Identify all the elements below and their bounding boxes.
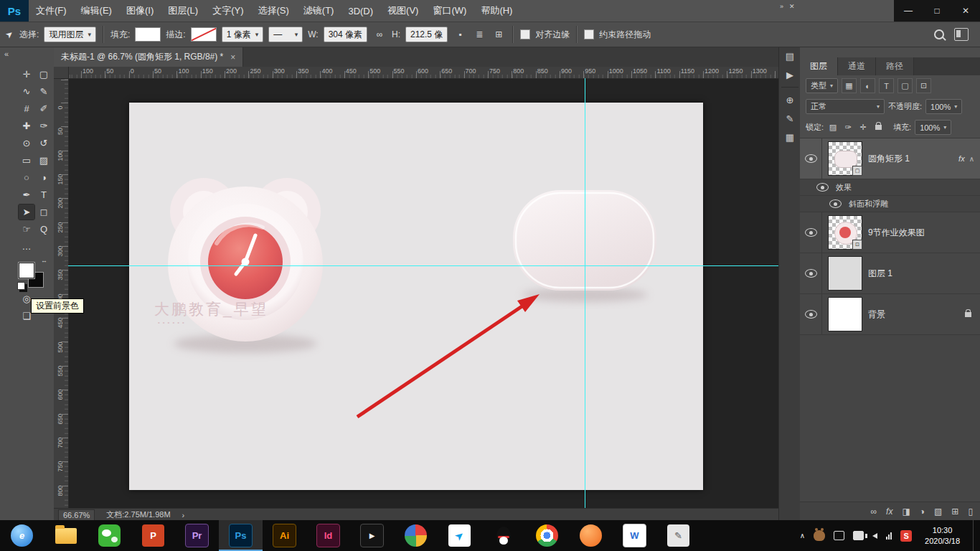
blend-mode-dropdown[interactable]: 正常▾ bbox=[806, 99, 885, 114]
menu-window[interactable]: 窗口(W) bbox=[425, 0, 473, 22]
stroke-swatch[interactable] bbox=[191, 27, 217, 42]
lock-position-icon[interactable]: ✛ bbox=[857, 122, 869, 133]
taskbar-clock[interactable]: 10:30 2020/3/18 bbox=[920, 525, 964, 546]
tray-app-icon-1[interactable] bbox=[834, 531, 844, 540]
history-panel-icon[interactable]: ⊕ bbox=[779, 90, 801, 109]
delete-layer-icon[interactable]: ▯ bbox=[968, 507, 973, 517]
layer-thumbnail[interactable]: ⊡ bbox=[828, 215, 862, 250]
visibility-toggle[interactable] bbox=[800, 253, 822, 293]
taskbar-wps[interactable]: W bbox=[613, 520, 656, 551]
clone-stamp-tool-icon[interactable]: ⊙ bbox=[19, 136, 34, 151]
layer-name[interactable]: 图层 1 bbox=[868, 268, 980, 280]
dock-collapse-icon[interactable]: » bbox=[780, 3, 783, 10]
tray-app-icon-2[interactable] bbox=[853, 531, 864, 540]
visibility-toggle[interactable] bbox=[826, 196, 844, 212]
tab-channels[interactable]: 通道 bbox=[838, 57, 876, 75]
document-canvas[interactable]: 大鹏教育_早望 •••••• bbox=[129, 103, 703, 490]
align-edges-checkbox[interactable] bbox=[520, 29, 530, 39]
adjustment-layer-icon[interactable]: ◑ bbox=[920, 507, 925, 517]
visibility-toggle[interactable] bbox=[800, 294, 822, 334]
filter-smart-object-icon[interactable]: ⊡ bbox=[916, 78, 931, 93]
menu-view[interactable]: 视图(V) bbox=[380, 0, 425, 22]
filter-image-icon[interactable]: ▦ bbox=[842, 78, 857, 93]
history-brush-tool-icon[interactable]: ↺ bbox=[36, 136, 52, 151]
height-input[interactable]: 212.5 像 bbox=[405, 27, 448, 42]
layer-row-rounded-rect[interactable]: ▢ 圆角矩形 1 fx ∧ bbox=[800, 138, 980, 179]
taskbar-qq[interactable] bbox=[481, 520, 525, 551]
dodge-tool-icon[interactable]: ◑ bbox=[36, 170, 52, 185]
maximize-button[interactable]: □ bbox=[923, 0, 951, 22]
taskbar-illustrator[interactable]: Ai bbox=[263, 520, 306, 551]
select-mode-dropdown[interactable]: 现用图层▾ bbox=[44, 27, 96, 42]
filter-type-icon[interactable]: T bbox=[879, 78, 894, 93]
taskbar-tim[interactable]: ➤ bbox=[438, 520, 481, 551]
zoom-tool-icon[interactable]: Q bbox=[36, 222, 52, 237]
menu-image[interactable]: 图像(I) bbox=[119, 0, 161, 22]
move-tool-icon[interactable]: ✛ bbox=[19, 67, 34, 82]
taskbar-premiere[interactable]: Pr bbox=[175, 520, 219, 551]
dock-close-icon[interactable]: ✕ bbox=[789, 3, 795, 10]
brush-settings-panel-icon[interactable]: ✎ bbox=[779, 109, 801, 128]
menu-select[interactable]: 选择(S) bbox=[250, 0, 296, 22]
taskbar-powerpoint[interactable]: P bbox=[131, 520, 175, 551]
taskbar-chrome[interactable] bbox=[525, 520, 569, 551]
volume-icon[interactable] bbox=[872, 533, 877, 539]
library-panel-icon[interactable]: ▤ bbox=[779, 47, 801, 65]
paw-icon[interactable] bbox=[814, 530, 825, 541]
visibility-toggle[interactable] bbox=[813, 179, 831, 195]
fill-swatch[interactable] bbox=[135, 27, 161, 42]
taskbar-wechat[interactable] bbox=[88, 520, 131, 551]
clone-source-panel-icon[interactable]: ▦ bbox=[779, 128, 801, 146]
layer-name[interactable]: 9节作业效果图 bbox=[868, 227, 980, 239]
layer-fx-badge[interactable]: fx bbox=[958, 154, 965, 163]
fx-collapse-icon[interactable]: ∧ bbox=[969, 155, 974, 163]
new-layer-icon[interactable]: ⊞ bbox=[951, 507, 958, 517]
toolbar-collapse-icon[interactable]: « bbox=[4, 50, 9, 58]
menu-type[interactable]: 文字(Y) bbox=[205, 0, 250, 22]
tab-paths[interactable]: 路径 bbox=[876, 57, 914, 75]
ruler-origin-corner[interactable] bbox=[54, 67, 69, 79]
layer-name[interactable]: 背景 bbox=[868, 309, 965, 321]
actions-panel-icon[interactable]: ▶ bbox=[779, 65, 801, 84]
stroke-style-dropdown[interactable]: —▾ bbox=[268, 27, 303, 42]
lock-all-icon[interactable] bbox=[872, 122, 884, 133]
taskbar-video-app[interactable]: ▶ bbox=[350, 520, 394, 551]
default-colors-icon[interactable] bbox=[17, 282, 25, 290]
blur-tool-icon[interactable]: ○ bbox=[19, 170, 34, 185]
gradient-tool-icon[interactable]: ▨ bbox=[36, 153, 52, 168]
filter-adjustment-icon[interactable]: ◐ bbox=[860, 78, 875, 93]
shape-tool-icon[interactable]: ◻ bbox=[36, 204, 52, 220]
menu-filter[interactable]: 滤镜(T) bbox=[296, 0, 341, 22]
foreground-color-swatch[interactable] bbox=[19, 263, 34, 278]
new-group-icon[interactable]: ▧ bbox=[934, 507, 942, 517]
layer-thumbnail[interactable]: ▢ bbox=[828, 141, 862, 176]
lock-pixels-icon[interactable]: ✑ bbox=[842, 122, 854, 133]
menu-layer[interactable]: 图层(L) bbox=[161, 0, 205, 22]
layer-row-layer1[interactable]: 图层 1 bbox=[800, 253, 980, 294]
swap-colors-icon[interactable]: ↔ bbox=[41, 257, 47, 264]
status-chevron-icon[interactable]: › bbox=[182, 511, 185, 519]
zoom-level[interactable]: 66.67% bbox=[58, 509, 95, 521]
tray-expand-icon[interactable]: ∧ bbox=[800, 532, 805, 540]
constrain-path-checkbox[interactable] bbox=[584, 29, 594, 39]
taskbar-orange-app[interactable] bbox=[569, 520, 613, 551]
layer-thumbnail[interactable] bbox=[828, 256, 862, 291]
eraser-tool-icon[interactable]: ▭ bbox=[19, 153, 34, 168]
hand-tool-icon[interactable]: ☞ bbox=[19, 222, 34, 237]
quick-selection-tool-icon[interactable]: ✎ bbox=[36, 84, 52, 99]
layer-name[interactable]: 圆角矩形 1 bbox=[868, 153, 958, 165]
filter-shape-icon[interactable]: ▢ bbox=[897, 78, 913, 93]
path-operations-icon[interactable]: ▪ bbox=[453, 27, 467, 42]
taskbar-file-explorer[interactable] bbox=[44, 520, 88, 551]
menu-file[interactable]: 文件(F) bbox=[29, 0, 74, 22]
document-tab[interactable]: 未标题-1 @ 66.7% (圆角矩形 1, RGB/8#) * × bbox=[54, 47, 243, 67]
horizontal-guide[interactable] bbox=[68, 265, 778, 266]
sogou-ime-icon[interactable]: S bbox=[900, 530, 912, 542]
marquee-tool-icon[interactable]: ▢ bbox=[36, 67, 52, 82]
lasso-tool-icon[interactable]: ∿ bbox=[19, 84, 34, 99]
close-button[interactable]: ✕ bbox=[951, 0, 980, 22]
taskbar-indesign[interactable]: Id bbox=[306, 520, 350, 551]
show-desktop-button[interactable] bbox=[973, 520, 977, 551]
filter-type-dropdown[interactable]: 类型▾ bbox=[806, 78, 838, 93]
taskbar-photoshop[interactable]: Ps bbox=[219, 520, 263, 551]
